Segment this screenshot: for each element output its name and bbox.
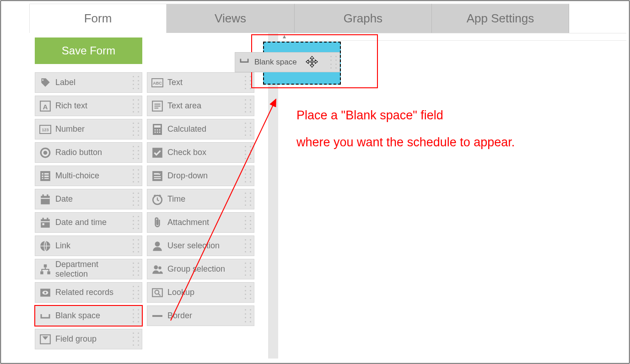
field-radio-button[interactable]: Radio button bbox=[35, 142, 142, 163]
field-text-area[interactable]: Text area bbox=[147, 96, 254, 116]
radio-icon bbox=[39, 146, 52, 159]
svg-rect-40 bbox=[47, 218, 48, 220]
svg-rect-26 bbox=[42, 178, 43, 179]
field-palette: Save Form Label ABC Text bbox=[29, 33, 266, 359]
field-calculated[interactable]: Calculated bbox=[147, 119, 254, 139]
dragging-label: Blank space bbox=[254, 58, 297, 67]
field-label-text: Text bbox=[167, 78, 183, 87]
field-multi-choice[interactable]: Multi-choice bbox=[35, 166, 142, 186]
paperclip-icon bbox=[151, 216, 164, 229]
field-label-text: Date bbox=[55, 194, 73, 204]
svg-rect-46 bbox=[47, 271, 50, 274]
svg-point-19 bbox=[43, 150, 48, 155]
field-group-selection[interactable]: Group selection bbox=[147, 259, 254, 279]
drag-handle-icon bbox=[133, 145, 139, 161]
drag-handle-icon bbox=[133, 121, 139, 137]
tag-icon bbox=[39, 76, 52, 89]
svg-rect-27 bbox=[44, 178, 49, 179]
blank-space-icon bbox=[239, 56, 251, 68]
list-icon bbox=[39, 170, 52, 182]
field-border[interactable]: Border bbox=[147, 305, 254, 326]
svg-text:A: A bbox=[43, 102, 48, 110]
drag-handle-icon bbox=[245, 214, 251, 230]
tab-form[interactable]: Form bbox=[29, 4, 167, 33]
field-label-text: Label bbox=[55, 78, 75, 87]
field-department-selection[interactable]: Department selection bbox=[35, 259, 142, 279]
field-label-text: Attachment bbox=[167, 218, 209, 227]
move-cursor-icon bbox=[305, 55, 319, 70]
border-icon bbox=[151, 310, 164, 322]
textarea-icon bbox=[151, 100, 164, 112]
svg-rect-45 bbox=[40, 271, 43, 274]
field-text[interactable]: ABC Text bbox=[147, 72, 254, 93]
svg-rect-11 bbox=[154, 125, 161, 128]
svg-point-51 bbox=[44, 291, 46, 293]
field-check-box[interactable]: Check box bbox=[147, 142, 254, 163]
drag-handle-icon bbox=[133, 75, 139, 91]
tab-views[interactable]: Views bbox=[167, 4, 295, 33]
drag-handle-icon bbox=[245, 75, 251, 91]
field-label-text: Link bbox=[55, 241, 70, 251]
tab-graphs[interactable]: Graphs bbox=[295, 4, 432, 33]
svg-rect-41 bbox=[43, 223, 44, 225]
svg-text:ABC: ABC bbox=[153, 81, 162, 86]
svg-point-48 bbox=[158, 266, 162, 269]
drag-handle-icon bbox=[330, 54, 337, 70]
form-canvas[interactable]: ▴ Blank space bbox=[278, 33, 626, 359]
drag-handle-icon bbox=[133, 168, 139, 184]
drag-handle-icon bbox=[133, 261, 139, 277]
field-group-icon bbox=[39, 333, 52, 346]
field-attachment[interactable]: Attachment bbox=[147, 212, 254, 233]
field-label-text: Calculated bbox=[167, 124, 206, 134]
calendar-icon bbox=[39, 193, 52, 206]
field-field-group[interactable]: Field group bbox=[35, 329, 142, 349]
field-label-text: Group selection bbox=[167, 264, 225, 274]
tab-app-settings[interactable]: App Settings bbox=[432, 4, 569, 33]
annotation-line2: where you want the schedule to appear. bbox=[296, 129, 515, 156]
svg-rect-44 bbox=[44, 264, 47, 268]
drag-handle-icon bbox=[245, 308, 251, 324]
clock-icon bbox=[151, 193, 164, 206]
field-blank-space[interactable]: Blank space bbox=[35, 305, 142, 326]
svg-rect-23 bbox=[44, 173, 49, 174]
field-label-text: Number bbox=[55, 124, 85, 134]
field-time[interactable]: Time bbox=[147, 189, 254, 209]
drag-handle-icon bbox=[133, 191, 139, 207]
annotation-line1: Place a "Blank space" field bbox=[296, 102, 515, 129]
field-lookup[interactable]: Lookup bbox=[147, 282, 254, 303]
org-chart-icon bbox=[39, 263, 52, 276]
drag-handle-icon bbox=[133, 331, 139, 347]
field-label-text: Related records bbox=[55, 288, 113, 297]
field-label-text: Rich text bbox=[55, 101, 87, 111]
abc-icon: ABC bbox=[151, 76, 164, 89]
field-label-text: Check box bbox=[167, 148, 206, 157]
letter-a-icon: A bbox=[39, 100, 52, 112]
svg-point-13 bbox=[157, 129, 158, 130]
svg-point-17 bbox=[159, 131, 161, 133]
dragging-field-blank-space[interactable]: Blank space bbox=[235, 52, 340, 72]
field-date-and-time[interactable]: Date and time bbox=[35, 212, 142, 233]
field-related-records[interactable]: Related records bbox=[35, 282, 142, 303]
group-icon bbox=[151, 263, 164, 276]
field-number[interactable]: 123 Number bbox=[35, 119, 142, 139]
svg-rect-34 bbox=[43, 194, 44, 197]
drag-handle-icon bbox=[245, 238, 251, 254]
field-rich-text[interactable]: A Rich text bbox=[35, 96, 142, 116]
field-drop-down[interactable]: Drop-down bbox=[147, 166, 254, 186]
field-user-selection[interactable]: User selection bbox=[147, 236, 254, 256]
field-link[interactable]: Link bbox=[35, 236, 142, 256]
field-label-text: Drop-down bbox=[167, 171, 208, 181]
svg-rect-22 bbox=[42, 173, 43, 174]
calendar-icon bbox=[39, 216, 52, 229]
globe-icon bbox=[39, 240, 52, 252]
drag-handle-icon bbox=[133, 238, 139, 254]
drag-handle-icon bbox=[245, 168, 251, 184]
drag-handle-icon bbox=[133, 284, 139, 300]
field-label-text: Multi-choice bbox=[55, 171, 99, 181]
field-date[interactable]: Date bbox=[35, 189, 142, 209]
field-label[interactable]: Label bbox=[35, 72, 142, 93]
field-label-text: Date and time bbox=[55, 218, 107, 227]
save-form-button[interactable]: Save Form bbox=[35, 37, 142, 64]
svg-point-16 bbox=[157, 131, 158, 133]
calculator-icon bbox=[151, 123, 164, 136]
